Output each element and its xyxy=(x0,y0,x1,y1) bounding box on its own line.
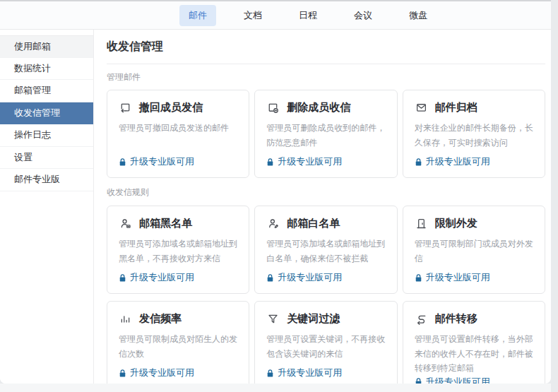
lock-icon xyxy=(415,273,422,283)
tab-meeting[interactable]: 会议 xyxy=(345,5,381,26)
card-mail-blacklist[interactable]: 邮箱黑名单 管理员可添加域名或邮箱地址到黑名单，不再接收对方来信 升级专业版可用 xyxy=(107,206,249,294)
card-title: 限制外发 xyxy=(435,217,477,230)
lock-icon xyxy=(415,377,422,384)
page-bottom-gutter xyxy=(0,384,551,392)
card-header: 邮箱白名单 xyxy=(266,217,385,230)
tab-drive[interactable]: 微盘 xyxy=(400,5,437,26)
lock-icon xyxy=(119,369,126,378)
sidebar: 使用邮箱 数据统计 邮箱管理 收发信管理 操作日志 设置 邮件专业版 xyxy=(0,30,94,384)
card-description: 管理员可删除成员收到的邮件，防范恶意邮件 xyxy=(266,121,385,150)
upgrade-pro-link[interactable]: 升级专业版可用 xyxy=(266,155,385,168)
upgrade-pro-label: 升级专业版可用 xyxy=(426,271,490,284)
upgrade-pro-label: 升级专业版可用 xyxy=(278,155,342,168)
card-mail-transfer[interactable]: 邮件转移 管理员可设置邮件转移，当外部来信的收件人不存在时，邮件被转移到特定邮箱… xyxy=(403,301,545,384)
door-icon xyxy=(415,217,428,230)
card-title: 发信频率 xyxy=(139,312,182,326)
app-window: 邮件 文档 日程 会议 微盘 使用邮箱 数据统计 邮箱管理 收发信管理 操作日志… xyxy=(0,0,551,384)
card-title: 邮箱黑名单 xyxy=(139,217,192,230)
upgrade-pro-label: 升级专业版可用 xyxy=(130,271,194,284)
manage-mail-cards: 撤回成员发信 管理员可撤回成员发送的邮件 升级专业版可用 xyxy=(107,90,545,178)
card-title: 邮件归档 xyxy=(435,101,477,114)
upgrade-pro-label: 升级专业版可用 xyxy=(130,155,194,168)
upgrade-pro-link[interactable]: 升级专业版可用 xyxy=(119,155,237,168)
card-title: 邮件转移 xyxy=(435,312,477,326)
upgrade-pro-link[interactable]: 升级专业版可用 xyxy=(266,367,385,379)
transfer-icon xyxy=(415,312,428,326)
sidebar-item-mail-pro[interactable]: 邮件专业版 xyxy=(0,169,93,191)
card-recall-sent-mail[interactable]: 撤回成员发信 管理员可撤回成员发送的邮件 升级专业版可用 xyxy=(107,90,249,178)
top-tabs: 邮件 文档 日程 会议 微盘 xyxy=(32,5,551,26)
sidebar-item-send-receive-management[interactable]: 收发信管理 xyxy=(0,102,93,125)
card-header: 关键词过滤 xyxy=(266,312,385,326)
tab-docs[interactable]: 文档 xyxy=(235,5,271,26)
section-label-manage-mail: 管理邮件 xyxy=(107,71,545,83)
sidebar-item-mailbox-management[interactable]: 邮箱管理 xyxy=(0,80,93,102)
card-header: 限制外发 xyxy=(415,217,533,230)
lock-icon xyxy=(415,158,422,167)
upgrade-pro-link[interactable]: 升级专业版可用 xyxy=(415,155,533,168)
tab-mail[interactable]: 邮件 xyxy=(179,5,216,26)
upgrade-pro-label: 升级专业版可用 xyxy=(278,367,342,379)
lock-icon xyxy=(266,369,274,378)
card-header: 邮件归档 xyxy=(415,101,533,114)
card-description: 管理员可设置邮件转移，当外部来信的收件人不存在时，邮件被转移到特定邮箱 xyxy=(415,332,533,376)
mail-archive-icon xyxy=(415,101,428,114)
card-description: 管理员可设置关键词，不再接收包含该关键词的来信 xyxy=(266,332,385,361)
upgrade-pro-link[interactable]: 升级专业版可用 xyxy=(119,367,237,379)
sidebar-item-data-statistics[interactable]: 数据统计 xyxy=(0,58,93,81)
upgrade-pro-link[interactable]: 升级专业版可用 xyxy=(415,376,533,384)
card-header: 邮件转移 xyxy=(415,312,533,326)
page-title: 收发信管理 xyxy=(107,38,545,55)
sidebar-item-settings[interactable]: 设置 xyxy=(0,147,93,170)
filter-icon xyxy=(266,312,280,326)
card-title: 撤回成员发信 xyxy=(139,101,203,114)
user-blacklist-icon xyxy=(119,217,132,230)
upgrade-pro-link[interactable]: 升级专业版可用 xyxy=(415,271,533,284)
top-navigation: 邮件 文档 日程 会议 微盘 xyxy=(0,1,551,30)
card-description: 管理员可添加域名或邮箱地址到黑名单，不再接收对方来信 xyxy=(119,237,237,266)
card-title: 关键词过滤 xyxy=(287,312,340,326)
tab-schedule[interactable]: 日程 xyxy=(290,5,326,26)
card-delete-received-mail[interactable]: 删除成员收信 管理员可删除成员收到的邮件，防范恶意邮件 升级专业版可用 xyxy=(254,90,397,178)
lock-icon xyxy=(266,273,274,283)
title-divider xyxy=(107,64,545,64)
card-header: 删除成员收信 xyxy=(266,101,385,114)
mail-remove-icon xyxy=(266,101,280,114)
card-header: 发信频率 xyxy=(119,312,237,326)
upgrade-pro-link[interactable]: 升级专业版可用 xyxy=(266,271,385,284)
card-mail-archive[interactable]: 邮件归档 对来往企业的邮件长期备份，长久保存，可实时搜索访问 升级专业版可用 xyxy=(403,90,545,178)
card-send-frequency[interactable]: 发信频率 管理员可限制成员对陌生人的发信次数 升级专业版可用 xyxy=(107,301,249,384)
card-restrict-outgoing[interactable]: 限制外发 管理员可限制部门或成员对外发信 升级专业版可用 xyxy=(403,206,545,294)
sidebar-item-use-mailbox[interactable]: 使用邮箱 xyxy=(0,35,93,58)
upgrade-pro-label: 升级专业版可用 xyxy=(130,367,194,379)
lock-icon xyxy=(266,158,274,167)
section-label-send-receive-rules: 收发信规则 xyxy=(107,186,545,198)
mail-recall-icon xyxy=(119,101,132,114)
body-row: 使用邮箱 数据统计 邮箱管理 收发信管理 操作日志 设置 邮件专业版 收发信管理… xyxy=(0,30,551,384)
send-receive-rule-cards: 邮箱黑名单 管理员可添加域名或邮箱地址到黑名单，不再接收对方来信 升级专业版可用 xyxy=(107,206,545,384)
sidebar-item-operation-log[interactable]: 操作日志 xyxy=(0,124,93,147)
card-description: 管理员可限制部门或成员对外发信 xyxy=(415,237,533,266)
card-keyword-filter[interactable]: 关键词过滤 管理员可设置关键词，不再接收包含该关键词的来信 升级专业版可用 xyxy=(254,301,397,384)
upgrade-pro-label: 升级专业版可用 xyxy=(426,376,490,384)
card-description: 对来往企业的邮件长期备份，长久保存，可实时搜索访问 xyxy=(415,121,533,150)
card-title: 邮箱白名单 xyxy=(287,217,340,230)
card-header: 撤回成员发信 xyxy=(119,101,237,114)
upgrade-pro-label: 升级专业版可用 xyxy=(278,271,342,284)
lock-icon xyxy=(119,158,126,167)
card-header: 邮箱黑名单 xyxy=(119,217,237,230)
card-mail-whitelist[interactable]: 邮箱白名单 管理员可添加域名或邮箱地址到白名单，确保来信不被拦截 升级专业版可用 xyxy=(254,206,397,294)
main-content: 收发信管理 管理邮件 撤回成员发信 管理员可撤回成员发送的邮件 xyxy=(94,30,551,384)
card-title: 删除成员收信 xyxy=(287,101,350,114)
upgrade-pro-link[interactable]: 升级专业版可用 xyxy=(119,271,237,284)
user-whitelist-icon xyxy=(266,217,280,230)
lock-icon xyxy=(119,273,126,283)
bar-chart-icon xyxy=(119,312,132,326)
upgrade-pro-label: 升级专业版可用 xyxy=(426,155,490,168)
card-description: 管理员可限制成员对陌生人的发信次数 xyxy=(119,332,237,361)
card-description: 管理员可添加域名或邮箱地址到白名单，确保来信不被拦截 xyxy=(266,237,385,266)
card-description: 管理员可撤回成员发送的邮件 xyxy=(119,121,237,136)
